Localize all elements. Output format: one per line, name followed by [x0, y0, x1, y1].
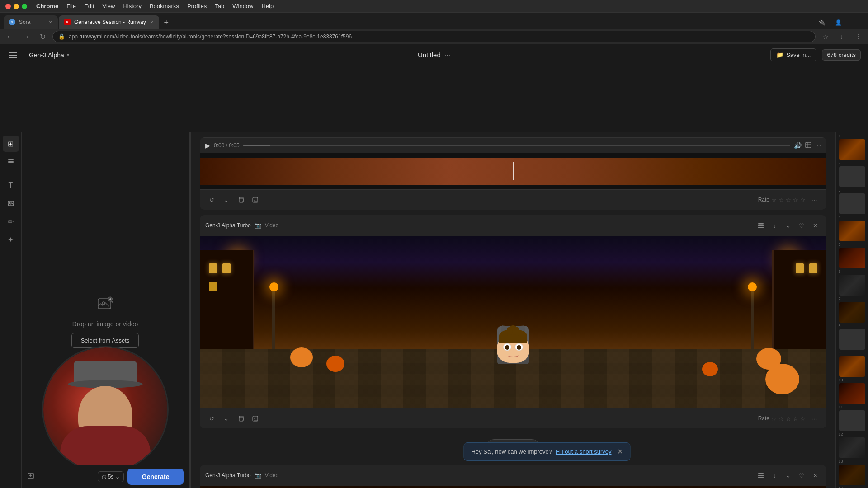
survey-close-btn[interactable]: ✕ — [617, 447, 623, 456]
mac-menu-tab[interactable]: Tab — [215, 3, 224, 9]
heart-btn-bottom[interactable]: ♡ — [796, 469, 807, 481]
tab-close-sora[interactable]: ✕ — [48, 19, 52, 25]
thumb-img-13[interactable] — [839, 465, 865, 485]
copy-btn-top[interactable] — [234, 193, 247, 206]
regenerate-chevron-top[interactable]: ⌄ — [220, 193, 232, 206]
thumb-img-9[interactable] — [839, 356, 865, 377]
regenerate-btn-main[interactable]: ↺ — [205, 412, 218, 425]
thumb-img-7[interactable] — [839, 302, 865, 323]
session-options-btn[interactable]: ··· — [444, 51, 450, 59]
browser-menu-btn[interactable]: ⋮ — [852, 30, 864, 43]
download-btn-main[interactable]: ↓ — [769, 220, 780, 231]
thumb-img-10[interactable] — [839, 383, 865, 404]
star-2-main[interactable]: ☆ — [778, 415, 784, 422]
hamburger-menu-btn[interactable] — [7, 49, 20, 61]
duration-selector[interactable]: ◷ 5s ⌄ — [98, 471, 124, 482]
rail-magic-icon[interactable]: ✦ — [3, 231, 19, 248]
thumb-item-1[interactable]: 1 — [839, 134, 866, 160]
thumb-item-3[interactable]: 3 — [839, 188, 866, 214]
minimize-window-btn[interactable] — [14, 4, 19, 9]
rail-layers-icon[interactable] — [3, 154, 19, 170]
select-assets-btn[interactable]: Select from Assets — [71, 333, 139, 348]
browser-minimize-btn[interactable]: — — [848, 16, 861, 29]
thumb-img-8[interactable] — [839, 329, 865, 350]
list-view-btn[interactable] — [755, 220, 767, 231]
thumb-item-7[interactable]: 7 — [839, 296, 866, 323]
regenerate-btn-top[interactable]: ↺ — [205, 193, 218, 206]
thumb-item-11[interactable]: 11 — [839, 405, 866, 431]
star-4-top[interactable]: ☆ — [793, 197, 798, 203]
star-3-main[interactable]: ☆ — [786, 415, 791, 422]
thumb-item-5[interactable]: 5 — [839, 242, 866, 268]
model-selector-btn[interactable]: Gen-3 Alpha ▾ — [25, 50, 73, 61]
close-window-btn[interactable] — [5, 4, 11, 9]
survey-link[interactable]: Fill out a short survey — [556, 448, 612, 455]
rail-grid-icon[interactable]: ⊞ — [3, 136, 19, 152]
drop-zone[interactable]: Drop an image or video Select from Asset… — [22, 132, 189, 488]
nav-reload-btn[interactable]: ↻ — [36, 30, 49, 43]
tab-close-runway[interactable]: ✕ — [150, 19, 154, 25]
mac-menu-view[interactable]: View — [102, 3, 115, 9]
regenerate-chevron-main[interactable]: ⌄ — [220, 412, 232, 425]
edit-btn-top[interactable] — [249, 193, 261, 206]
close-btn-bottom[interactable]: ✕ — [809, 469, 821, 481]
play-btn-top[interactable]: ▶ — [205, 142, 210, 149]
mac-menu-profiles[interactable]: Profiles — [187, 3, 207, 9]
star-5-top[interactable]: ☆ — [800, 197, 806, 203]
progress-bar-top[interactable] — [243, 145, 790, 146]
rail-brush-icon[interactable]: ✏ — [3, 213, 19, 230]
thumb-item-14[interactable]: 14 — [839, 486, 866, 488]
mac-menu-history[interactable]: History — [123, 3, 141, 9]
nav-back-btn[interactable]: ← — [4, 30, 16, 43]
star-1-top[interactable]: ☆ — [771, 197, 777, 203]
mac-menu-edit[interactable]: Edit — [84, 3, 94, 9]
new-tab-btn[interactable]: + — [160, 16, 173, 29]
copy-btn-main[interactable] — [234, 412, 247, 425]
star-3-top[interactable]: ☆ — [786, 197, 791, 203]
thumb-item-2[interactable]: 2 — [839, 161, 866, 187]
download-chevron-bottom[interactable]: ⌄ — [782, 469, 794, 481]
thumb-item-13[interactable]: 13 — [839, 459, 866, 485]
more-card-btn-main[interactable]: ··· — [808, 412, 821, 425]
download-chevron-main[interactable]: ⌄ — [782, 220, 794, 231]
mac-menu-chrome[interactable]: Chrome — [36, 3, 58, 9]
window-controls[interactable] — [5, 4, 27, 9]
nav-forward-btn[interactable]: → — [20, 30, 33, 43]
download-btn-bottom[interactable]: ↓ — [769, 469, 780, 481]
star-2-top[interactable]: ☆ — [778, 197, 784, 203]
generate-btn[interactable]: Generate — [127, 469, 184, 485]
maximize-window-btn[interactable] — [22, 4, 27, 9]
expand-icon-top[interactable] — [805, 142, 811, 150]
mac-menu-bookmarks[interactable]: Bookmarks — [150, 3, 179, 9]
thumb-img-1[interactable] — [839, 139, 865, 160]
thumb-item-10[interactable]: 10 — [839, 378, 866, 404]
save-in-btn[interactable]: 📁 Save in... — [770, 48, 816, 61]
thumb-img-11[interactable] — [839, 410, 865, 431]
edit-btn-main[interactable] — [249, 412, 261, 425]
heart-btn-main[interactable]: ♡ — [796, 220, 807, 231]
rail-text-icon[interactable]: T — [3, 177, 19, 193]
thumb-item-8[interactable]: 8 — [839, 324, 866, 350]
tab-runway[interactable]: R Generative Session - Runway ✕ — [59, 15, 159, 29]
address-bar[interactable]: 🔒 app.runwayml.com/video-tools/teams/how… — [52, 31, 816, 42]
volume-icon-top[interactable]: 🔊 — [794, 142, 802, 149]
thumb-img-2[interactable] — [839, 166, 865, 187]
star-1-main[interactable]: ☆ — [771, 415, 777, 422]
thumb-img-12[interactable] — [839, 437, 865, 458]
star-4-main[interactable]: ☆ — [793, 415, 798, 422]
bookmark-btn[interactable]: ☆ — [819, 30, 832, 43]
close-btn-main[interactable]: ✕ — [809, 220, 821, 231]
browser-profile-btn[interactable]: 👤 — [832, 16, 844, 29]
list-view-btn-bottom[interactable] — [755, 469, 767, 481]
mac-menu-help[interactable]: Help — [262, 3, 274, 9]
thumb-img-4[interactable] — [839, 221, 865, 241]
star-5-main[interactable]: ☆ — [800, 415, 806, 422]
prompt-icon[interactable] — [27, 472, 34, 481]
thumb-item-12[interactable]: 12 — [839, 432, 866, 458]
thumb-item-6[interactable]: 6 — [839, 269, 866, 296]
thumb-item-9[interactable]: 9 — [839, 351, 866, 377]
thumb-img-3[interactable] — [839, 193, 865, 214]
browser-extension-btn[interactable]: 🔌 — [816, 16, 828, 29]
mac-menu-window[interactable]: Window — [232, 3, 253, 9]
thumb-img-5[interactable] — [839, 248, 865, 268]
